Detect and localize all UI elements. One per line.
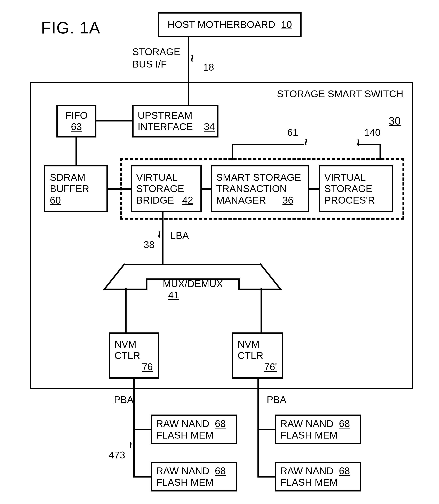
pba-right-label: PBA: [267, 394, 286, 405]
sdram-buffer-line2: BUFFER: [50, 183, 89, 194]
upstream-interface-line1: UPSTREAM: [138, 110, 192, 121]
sdram-buffer-line1: SDRAM: [50, 172, 85, 183]
lba-text: LBA: [170, 230, 189, 241]
smart-storage-tm-box: SMART STORAGE TRANSACTION MANAGER 36: [211, 165, 309, 212]
nvm-ctlr-left-box: NVM CTLR 76: [109, 332, 159, 379]
fifo-text: FIFO: [65, 110, 88, 121]
nvm-right-ref: 76': [264, 361, 277, 372]
ref-38: 38: [144, 239, 155, 250]
raw-nand-3-line1: RAW NAND: [280, 418, 334, 429]
raw-nand-3-line2: FLASH MEM: [280, 430, 338, 441]
vsb-ref: 42: [182, 195, 193, 206]
squiggle-61: ~: [299, 138, 313, 146]
host-motherboard-box: HOST MOTHERBOARD 10: [158, 12, 302, 37]
storage-smart-switch-ref: 30: [389, 115, 401, 127]
figure-title: FIG. 1A: [41, 18, 100, 37]
connector-sstm-vsp: [309, 188, 319, 190]
raw-nand-box-2: RAW NAND 68 FLASH MEM: [151, 462, 237, 492]
storage-bus-if-label-2: BUS I/F: [132, 59, 167, 70]
raw-nand-box-4: RAW NAND 68 FLASH MEM: [275, 462, 361, 492]
vsp-line3: PROCES'R: [324, 195, 375, 206]
mux-demux-text: MUX/DEMUX 41: [152, 267, 223, 312]
vsp-line2: STORAGE: [324, 183, 372, 194]
host-motherboard-text: HOST MOTHERBOARD: [168, 19, 275, 30]
nvm-left-line2: CTLR: [114, 350, 140, 361]
connector-sdram-vsb: [108, 188, 131, 190]
fifo-ref: 63: [71, 121, 82, 132]
connector-vsb-sstm: [202, 188, 211, 190]
sstm-line1: SMART STORAGE: [216, 172, 301, 183]
sdram-buffer-ref: 60: [50, 195, 61, 206]
connector-nvm-right-down: [257, 379, 259, 476]
nvm-right-line1: NVM: [238, 339, 259, 350]
raw-nand-2-line1: RAW NAND: [156, 466, 209, 476]
nvm-right-line2: CTLR: [238, 350, 263, 361]
pba-left-label: PBA: [114, 394, 134, 405]
connector-fifo-sdram: [75, 137, 77, 165]
connector-mux-nvm-right: [260, 288, 262, 332]
upstream-interface-line2: INTERFACE: [138, 121, 193, 132]
ref61-line-h: [232, 144, 304, 145]
fifo-box: FIFO 63: [56, 105, 97, 137]
raw-nand-3-ref: 68: [339, 418, 350, 429]
upstream-interface-box: UPSTREAM INTERFACE 34: [132, 105, 219, 137]
raw-nand-4-ref: 68: [339, 466, 350, 476]
branch-right-2: [257, 476, 275, 478]
ref-18: 18: [203, 61, 214, 73]
ref-61: 61: [287, 127, 298, 138]
raw-nand-2-line2: FLASH MEM: [156, 477, 214, 488]
squiggle-18: ~: [185, 55, 199, 62]
ref-473: 473: [109, 449, 125, 461]
raw-nand-1-line2: FLASH MEM: [156, 430, 214, 441]
sdram-buffer-box: SDRAM BUFFER 60: [44, 165, 108, 212]
vsb-line1: VIRTUAL: [136, 172, 178, 183]
host-motherboard-ref: 10: [281, 19, 292, 30]
branch-left-1: [133, 429, 151, 430]
vsp-line1: VIRTUAL: [324, 172, 366, 183]
upstream-interface-ref: 34: [204, 121, 215, 132]
raw-nand-4-line2: FLASH MEM: [280, 477, 338, 488]
connector-mux-nvm-left: [125, 288, 127, 332]
squiggle-473: ~: [124, 442, 138, 449]
virtual-storage-bridge-box: VIRTUAL STORAGE BRIDGE 42: [131, 165, 202, 212]
raw-nand-1-ref: 68: [215, 418, 226, 429]
raw-nand-2-ref: 68: [215, 466, 226, 476]
vsb-line3: BRIDGE: [136, 195, 174, 206]
ref-140: 140: [364, 127, 380, 138]
storage-bus-if-label-1: STORAGE: [132, 46, 180, 58]
sstm-line3: MANAGER: [216, 195, 266, 206]
nvm-left-ref: 76: [142, 361, 153, 372]
squiggle-140: ~: [351, 139, 366, 146]
virtual-storage-processor-box: VIRTUAL STORAGE PROCES'R: [319, 165, 393, 212]
connector-fifo-upstream: [97, 120, 132, 122]
nvm-ctlr-right-box: NVM CTLR 76': [232, 332, 283, 379]
nvm-left-line1: NVM: [114, 339, 136, 350]
sstm-ref: 36: [282, 195, 293, 206]
ref61-line-v: [232, 144, 233, 160]
branch-left-2: [133, 476, 151, 478]
sstm-line2: TRANSACTION: [216, 183, 287, 194]
squiggle-38: ~: [152, 231, 167, 238]
connector-nvm-left-down: [133, 379, 135, 476]
raw-nand-4-line1: RAW NAND: [280, 466, 334, 476]
raw-nand-box-1: RAW NAND 68 FLASH MEM: [151, 415, 237, 444]
vsb-line2: STORAGE: [136, 183, 184, 194]
ref140-line-v: [379, 144, 381, 160]
storage-smart-switch-title: STORAGE SMART SWITCH: [277, 88, 403, 99]
raw-nand-box-3: RAW NAND 68 FLASH MEM: [275, 415, 361, 444]
branch-right-1: [257, 429, 275, 430]
raw-nand-1-line1: RAW NAND: [156, 418, 209, 429]
mux-ref: 41: [168, 290, 179, 300]
mux-text: MUX/DEMUX: [163, 278, 223, 289]
